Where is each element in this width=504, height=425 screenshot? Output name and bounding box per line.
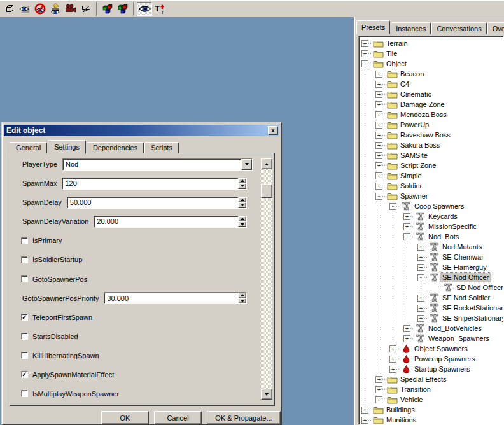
tree-item[interactable]: -Coop Spawners xyxy=(359,201,503,211)
tree-item-label[interactable]: MissionSpecific xyxy=(426,222,479,231)
tree-item-label[interactable]: Buildings xyxy=(384,405,417,414)
expand-plus-icon[interactable]: + xyxy=(361,407,368,414)
tree-item-label[interactable]: Script Zone xyxy=(398,161,438,170)
spin-up-icon[interactable] xyxy=(238,178,246,184)
IsMultiplayWeaponSpawner-checkbox[interactable] xyxy=(21,390,28,397)
tree-item[interactable]: +Special Effects xyxy=(359,374,503,384)
tree-item-label[interactable]: Mendoza Boss xyxy=(398,110,449,119)
tree-item[interactable]: -SE Nod Officer xyxy=(359,272,503,282)
tree-item-label[interactable]: Vehicle xyxy=(398,395,424,404)
tree-item-label[interactable]: SE Nod Officer xyxy=(440,273,491,282)
tree-item[interactable]: +Nod_BotVehicles xyxy=(359,323,503,333)
presets-tree[interactable]: +Terrain+Tile-Object+Beacon+C4+Cinematic… xyxy=(358,36,504,425)
tree-item[interactable]: +Soldier xyxy=(359,181,503,191)
tree-item-label[interactable]: Nod_Bots xyxy=(426,232,461,241)
SpawnMax-field[interactable]: 120 xyxy=(62,178,247,190)
tree-item-label[interactable]: Nod Mutants xyxy=(440,242,484,251)
expand-plus-icon[interactable]: + xyxy=(403,335,410,342)
expand-plus-icon[interactable]: + xyxy=(375,71,382,78)
show-hidden-icon[interactable] xyxy=(48,2,63,16)
expand-plus-icon[interactable]: + xyxy=(417,264,424,271)
toggle-visibility-icon[interactable] xyxy=(137,2,152,16)
IsPrimary-checkbox[interactable] xyxy=(21,237,28,244)
tree-item-label[interactable]: Coop Spawners xyxy=(412,202,466,211)
tree-item[interactable]: +MissionSpecific xyxy=(359,221,503,232)
tree-item[interactable]: -Nod_Bots xyxy=(359,232,503,242)
GotoSpawnerPosPriority-spinner[interactable] xyxy=(238,293,246,303)
tree-item[interactable]: +Munitions xyxy=(359,415,503,425)
expand-plus-icon[interactable]: + xyxy=(417,254,424,261)
expand-plus-icon[interactable]: + xyxy=(375,142,382,149)
tree-item-label[interactable]: Soldier xyxy=(398,181,424,190)
tree-item[interactable]: +Transition xyxy=(359,384,503,394)
expand-plus-icon[interactable]: + xyxy=(375,122,382,129)
collapse-minus-icon[interactable]: - xyxy=(361,60,368,67)
StartsDisabled-checkbox[interactable] xyxy=(21,333,28,340)
tree-item[interactable]: +Buildings xyxy=(359,405,503,415)
expand-plus-icon[interactable]: + xyxy=(375,396,382,403)
expand-plus-icon[interactable]: + xyxy=(375,101,382,108)
tree-item-label[interactable]: Keycards xyxy=(426,212,459,221)
tree-item-label[interactable]: SE Chemwar xyxy=(440,253,486,261)
SpawnDelay-field[interactable]: 50.000 xyxy=(67,197,247,209)
ok-propagate-button[interactable]: OK & Propagate... xyxy=(207,411,281,424)
spin-down-icon[interactable] xyxy=(238,183,246,189)
tree-item[interactable]: +Damage Zone xyxy=(359,99,503,109)
expand-plus-icon[interactable]: + xyxy=(375,81,382,88)
expand-plus-icon[interactable]: + xyxy=(417,244,424,251)
expand-plus-icon[interactable]: + xyxy=(417,295,424,302)
tree-item[interactable]: -Object xyxy=(359,59,503,69)
PlayerType-field[interactable]: Nod xyxy=(62,158,253,171)
zone-polygon-icon[interactable] xyxy=(78,2,94,16)
dropdown-arrow-icon[interactable] xyxy=(241,159,252,170)
tree-item-label[interactable]: SD Nod Officer xyxy=(454,283,504,292)
tree-item[interactable]: SD Nod Officer xyxy=(359,282,503,293)
expand-plus-icon[interactable]: + xyxy=(375,386,382,393)
tree-item[interactable]: +Startup Spawners xyxy=(359,364,503,374)
close-icon[interactable]: x xyxy=(268,126,278,135)
tree-item-label[interactable]: Nod_BotVehicles xyxy=(426,324,484,333)
collapse-minus-icon[interactable]: - xyxy=(417,274,424,281)
collapse-minus-icon[interactable]: - xyxy=(389,203,396,210)
tree-item-label[interactable]: SE RocketStationary xyxy=(440,303,504,312)
tab-overlap[interactable]: Overlap xyxy=(487,22,504,34)
camera-icon[interactable] xyxy=(63,2,78,16)
tree-item[interactable]: +Keycards xyxy=(359,211,503,221)
expand-plus-icon[interactable]: + xyxy=(375,172,382,179)
GotoSpawnerPos-checkbox[interactable] xyxy=(21,275,28,282)
spin-down-icon[interactable] xyxy=(238,202,246,208)
tree-item[interactable]: +Terrain xyxy=(359,38,503,48)
tree-item[interactable]: +Cinematic xyxy=(359,89,503,99)
expand-plus-icon[interactable]: + xyxy=(389,366,396,373)
scroll-up-icon[interactable] xyxy=(261,158,272,169)
tree-item[interactable]: +SE RocketStationary xyxy=(359,303,503,313)
collapse-minus-icon[interactable]: - xyxy=(403,233,410,240)
dialog-titlebar[interactable]: Edit object x xyxy=(4,125,279,136)
expand-plus-icon[interactable]: + xyxy=(417,315,424,322)
wireframe-cube-icon[interactable] xyxy=(2,2,17,16)
tree-item[interactable]: +SE Flamerguy xyxy=(359,262,503,272)
tree-item[interactable]: -Spawner xyxy=(359,191,503,201)
tree-item[interactable]: +SE Chemwar xyxy=(359,252,503,262)
TeleportFirstSpawn-checkbox[interactable]: ✓ xyxy=(21,314,28,321)
tree-item[interactable]: +PowerUp xyxy=(359,120,503,130)
tree-item-label[interactable]: Tile xyxy=(384,49,399,58)
expand-plus-icon[interactable]: + xyxy=(403,223,410,230)
tree-item-label[interactable]: C4 xyxy=(398,80,411,88)
dialog-scrollbar[interactable] xyxy=(261,158,272,400)
tab-presets[interactable]: Presets xyxy=(356,20,390,34)
tree-item-label[interactable]: PowerUp xyxy=(398,120,431,129)
expand-plus-icon[interactable]: + xyxy=(375,162,382,169)
tree-item-label[interactable]: Damage Zone xyxy=(398,100,447,109)
tree-item[interactable]: +Script Zone xyxy=(359,160,503,171)
tree-item-label[interactable]: Munitions xyxy=(384,415,418,424)
expand-plus-icon[interactable]: + xyxy=(361,50,368,57)
tab-conversations[interactable]: Conversations xyxy=(431,22,486,34)
ApplySpawnMaterialEffect-checkbox[interactable]: ✓ xyxy=(21,371,28,378)
spin-up-icon[interactable] xyxy=(238,216,246,222)
tree-item[interactable]: +Nod Mutants xyxy=(359,242,503,252)
tree-item[interactable]: +Simple xyxy=(359,171,503,181)
expand-plus-icon[interactable]: + xyxy=(389,345,396,352)
expand-plus-icon[interactable]: + xyxy=(361,40,368,47)
tree-item[interactable]: +Vehicle xyxy=(359,394,503,405)
